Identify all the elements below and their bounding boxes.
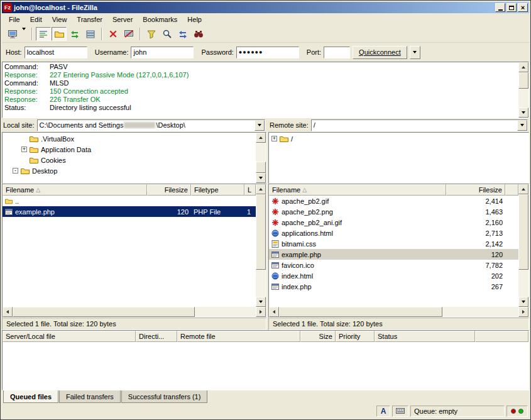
column-header-direction[interactable]: Directi... (136, 331, 177, 342)
file-row[interactable]: apache_pb2.gif 2,414 (269, 196, 518, 206)
username-label: Username: (95, 48, 129, 56)
local-tree-scrollbar[interactable] (256, 133, 266, 183)
site-manager-dropdown[interactable] (20, 30, 28, 38)
scrollbar-thumb[interactable] (518, 194, 528, 270)
file-row-updir[interactable]: .. (3, 196, 256, 206)
scroll-left-button[interactable] (269, 307, 279, 317)
toggle-tree-button[interactable] (52, 27, 67, 41)
tab-failed-transfers[interactable]: Failed transfers (59, 390, 121, 403)
menu-server[interactable]: Server (107, 14, 138, 25)
column-header-lastmodified[interactable]: L (244, 184, 256, 196)
find-button[interactable] (191, 27, 206, 41)
process-queue-button[interactable] (83, 27, 98, 41)
tree-item[interactable]: - Desktop (3, 165, 256, 176)
menu-help[interactable]: Help (182, 14, 207, 25)
tree-item[interactable]: + / (269, 133, 528, 144)
expand-icon[interactable]: + (271, 136, 277, 141)
file-row[interactable]: favicon.ico 7,782 (269, 260, 518, 270)
sync-browsing-button[interactable] (175, 27, 190, 41)
scroll-right-button[interactable] (256, 307, 266, 317)
arrow-right-icon (522, 310, 525, 314)
scroll-up-button[interactable] (518, 184, 528, 194)
maximize-button[interactable] (506, 3, 517, 12)
scroll-down-button[interactable] (256, 297, 266, 307)
scrollbar-thumb[interactable] (279, 307, 442, 317)
scroll-up-button[interactable] (256, 133, 266, 143)
menu-file[interactable]: File (4, 14, 25, 25)
cancel-button[interactable] (106, 27, 121, 41)
tree-item[interactable]: Cookies (3, 155, 256, 165)
password-input[interactable] (236, 47, 299, 58)
file-row[interactable]: index.html 202 (269, 270, 518, 281)
html-file-icon (271, 272, 279, 280)
tree-item[interactable]: + Application Data (3, 144, 256, 155)
column-header-priority[interactable]: Priority (336, 331, 375, 342)
activity-led-green-icon (518, 409, 523, 414)
menu-transfer[interactable]: Transfer (72, 14, 107, 25)
minimize-button[interactable] (495, 3, 505, 12)
menu-edit[interactable]: Edit (25, 14, 47, 25)
image-file-icon (271, 197, 279, 205)
column-header-filesize[interactable]: Filesize (446, 184, 505, 196)
queue-body[interactable] (3, 342, 528, 390)
tab-queued-files[interactable]: Queued files (3, 390, 58, 403)
filter-button[interactable] (144, 27, 159, 41)
folder-icon (280, 135, 288, 143)
remote-path-dropdown[interactable] (517, 120, 527, 131)
scroll-right-button[interactable] (518, 307, 528, 317)
scroll-down-button[interactable] (256, 173, 266, 183)
scroll-up-button[interactable] (518, 62, 528, 72)
expand-icon[interactable]: + (21, 146, 27, 152)
remote-files-hscrollbar[interactable] (269, 307, 528, 317)
username-input[interactable] (131, 47, 194, 58)
file-row[interactable]: apache_pb2.png 1,463 (269, 206, 518, 217)
scrollbar-thumb[interactable] (518, 72, 528, 89)
file-row[interactable]: apache_pb2_ani.gif 2,160 (269, 217, 518, 228)
refresh-button[interactable] (67, 27, 82, 41)
local-path-dropdown[interactable] (255, 120, 265, 131)
scroll-down-button[interactable] (518, 108, 528, 118)
tab-successful-transfers[interactable]: Successful transfers (1) (121, 390, 208, 403)
scroll-up-button[interactable] (256, 184, 266, 194)
scroll-left-button[interactable] (3, 307, 13, 317)
column-header-filetype[interactable]: Filetype (191, 184, 244, 196)
column-header-status[interactable]: Status (375, 331, 475, 342)
column-header-filename[interactable]: Filename△ (269, 184, 446, 196)
column-header-filesize[interactable]: Filesize (147, 184, 191, 196)
local-files-scrollbar[interactable] (256, 184, 266, 307)
toggle-log-button[interactable] (36, 27, 51, 41)
selection-status-row: Selected 1 file. Total size: 120 bytes S… (2, 318, 529, 330)
scrollbar-thumb[interactable] (256, 162, 266, 173)
compare-button[interactable] (160, 27, 175, 41)
port-input[interactable] (324, 47, 350, 58)
menu-bookmarks[interactable]: Bookmarks (138, 14, 182, 25)
file-row[interactable]: index.php 267 (269, 281, 518, 292)
remote-files-scrollbar[interactable] (518, 184, 528, 307)
quickconnect-dropdown[interactable] (410, 46, 420, 59)
file-row[interactable]: applications.html 2,713 (269, 228, 518, 238)
quickconnect-button[interactable]: Quickconnect (353, 46, 407, 59)
column-header-remote-file[interactable]: Remote file (177, 331, 300, 342)
site-manager-button[interactable] (4, 27, 28, 41)
queue-icon (85, 29, 96, 39)
column-header-server-local-file[interactable]: Server/Local file (3, 331, 136, 342)
remote-path-combobox[interactable]: / (311, 119, 528, 131)
file-row[interactable]: bitnami.css 2,142 (269, 238, 518, 249)
close-button[interactable]: × (518, 3, 528, 12)
host-input[interactable] (25, 47, 87, 58)
file-row-selected[interactable]: example.php 120 (269, 249, 518, 260)
tree-item[interactable]: .VirtualBox (3, 133, 256, 144)
file-row-selected[interactable]: example.php 120 PHP File 1 (3, 206, 256, 217)
scroll-down-button[interactable] (518, 297, 528, 307)
column-header-filename[interactable]: Filename△ (3, 184, 147, 196)
scrollbar-thumb[interactable] (256, 194, 266, 270)
menu-view[interactable]: View (47, 14, 72, 25)
local-files-hscrollbar[interactable] (3, 307, 266, 317)
collapse-icon[interactable]: - (13, 168, 18, 174)
log-scrollbar[interactable] (518, 62, 528, 118)
local-path-combobox[interactable]: C:\Documents and Settings\Desktop\ (37, 119, 265, 131)
arrow-down-icon (259, 177, 263, 179)
disconnect-button[interactable] (121, 27, 136, 41)
scrollbar-thumb[interactable] (13, 307, 195, 317)
column-header-size[interactable]: Size (300, 331, 336, 342)
